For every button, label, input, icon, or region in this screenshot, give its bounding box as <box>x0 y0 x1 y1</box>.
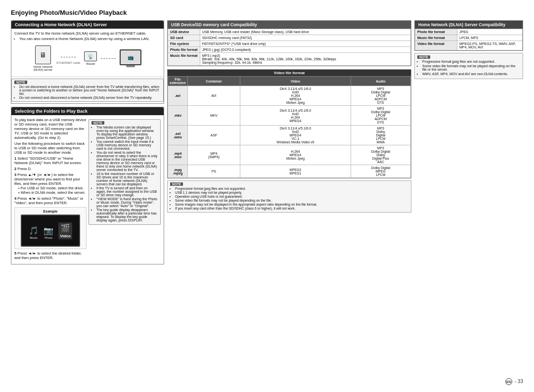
sel-note-5: If the TV is turned off and then on agai… <box>96 186 158 197</box>
vff-video-1: DivX 3.11/4.x/5.1/6.0 XviD H.264 MPEG4 <box>240 106 351 126</box>
right-note-1: Progressive format jpeg files are not su… <box>422 60 520 63</box>
en-circle: EN <box>505 378 512 385</box>
vff-note-1: Progressive format jpeg files are not su… <box>175 187 408 190</box>
usb-row-3: Photo file format JPEG (.jpg) (DCF2.0 co… <box>168 47 411 53</box>
dlna-note-list: Do not disconnect a home network (DLNA) … <box>14 85 161 99</box>
vff-audio-1: MP3 Dolby Digital LPCM ADPCM DTS <box>351 106 410 126</box>
page-title: Enjoying Photo/Music/Video Playback <box>11 9 523 16</box>
right-row-2: Video file format MPEG2-PS, MPEG2-TS, WM… <box>415 41 523 50</box>
vff-col-extension: File extension <box>168 77 188 86</box>
sel-note-7: The key guide display disappears automat… <box>96 208 158 222</box>
step4: 4 Press ◄/► to select "Photo", "Music" o… <box>14 196 87 205</box>
step3-sub2: • When in DLNA mode, select the server. <box>18 190 87 195</box>
vff-ext-0: .avi <box>168 86 188 106</box>
right-label-0: Photo file format <box>415 29 457 35</box>
vff-audio-3: MP3 Dolby Digital Dolby Digital Plus AAC <box>351 145 410 165</box>
vff-note-6: If you insert any card other than the SD… <box>175 207 408 210</box>
vff-note-3: Operation using USB hubs is not guarante… <box>175 195 408 198</box>
step3-sub1: • For USB or SD mode, select the drive. <box>18 186 87 190</box>
dlna-note: NOTE Do not disconnect a home network (D… <box>11 79 164 102</box>
usb-label-2: File system <box>168 41 200 47</box>
vff-note-label: NOTE <box>170 182 183 186</box>
music-menu-item: 🎵 Music <box>29 226 39 239</box>
vff-row-1: .mkv MKV DivX 3.11/4.x/5.1/6.0 XviD H.26… <box>168 106 411 126</box>
usb-section: USB Device/SD memory card Compatibility … <box>167 20 411 66</box>
right-header: Home Network (DLNA) Server Compatibility <box>415 21 523 29</box>
right-row-1: Music file format LPCM, MP3 <box>415 35 523 41</box>
dlna-intro: Connect the TV to the home network (DLNA… <box>14 31 161 36</box>
left-column: Connecting a Home Network (DLNA) Server … <box>11 20 164 264</box>
mid-column: USB Device/SD memory card Compatibility … <box>167 20 411 264</box>
select-section: Selecting the Folders to Play Back To pl… <box>11 107 164 264</box>
usb-label-1: SD card <box>168 35 200 41</box>
dlna-section: Connecting a Home Network (DLNA) Server … <box>11 20 164 104</box>
vff-container-3: MP4 (SMP4) <box>187 145 240 165</box>
select-note-list: The Media screen can be displayed even b… <box>91 126 158 222</box>
step3: 3 Press ▲/▼ (or ◄/►) to select the drive… <box>14 173 87 195</box>
usb-row-1: SD card SD/SDHC memory card (FAT32) <box>168 35 411 41</box>
vff-note-4: Some video file formats may not be playe… <box>175 199 408 202</box>
select-intro: To play back data on a USB memory device… <box>14 118 87 140</box>
example-area: Example 🎵 Music 📷 Photo <box>14 207 87 249</box>
vff-header-row: File extension Container Video Audio <box>168 77 411 86</box>
menu-items: 🎵 Music 📷 Photo 🎬 Vid <box>29 222 72 239</box>
vff-audio-2: MP3 Dolby Digital LPCM WMA <box>351 126 410 145</box>
vff-video-4: MPEG2 MPEG1 <box>240 165 351 178</box>
vff-video-3: H.264 MPEG4 Motion Jpeg <box>240 145 351 165</box>
vff-col-container: Container <box>187 77 240 86</box>
vff-note-2: USB 1.1 devices may not be played proper… <box>175 191 408 194</box>
vff-row-4: .mpg .mpeg PS MPEG2 MPEG1 Dolby Digital … <box>168 165 411 178</box>
vff-video-0: DivX 3.11/4.x/5.1/6.0 XviD H.264 MPEG4 M… <box>240 86 351 106</box>
video-label: Video <box>60 234 71 238</box>
server-diagram-item: 🖥 Home network(DLNA) server <box>34 45 53 71</box>
vff-row-0: .avi AVI DivX 3.11/4.x/5.1/6.0 XviD H.26… <box>168 86 411 106</box>
right-label-1: Music file format <box>415 35 457 41</box>
usb-header: USB Device/SD memory card Compatibility <box>168 21 411 29</box>
right-value-0: JPEG <box>457 29 523 35</box>
usb-label-0: USB device <box>168 29 200 35</box>
vff-note-list: Progressive format jpeg files are not su… <box>170 187 408 210</box>
router-diagram-item: 📡 Router <box>84 51 97 65</box>
step1: 1 Select "SD/SDHC/USB" or "Home Network … <box>14 156 87 165</box>
sel-note-3: You do not need to select the drive/serv… <box>96 151 158 172</box>
vff-note-5: Some images may not be displayed in the … <box>175 203 408 206</box>
usb-value-2: FAT/FAT32/NTFS* (*USB hard drive only) <box>200 41 410 47</box>
cable-arrow: ETHERNET cable <box>56 53 80 64</box>
usb-row-0: USB device USB Memory, USB card reader (… <box>168 29 411 35</box>
sel-note-1: The Media screen can be displayed even b… <box>96 126 158 139</box>
vff-ext-4: .mpg .mpeg <box>168 165 188 178</box>
right-value-2: MPEG2-PS, MPEG2-TS, WMV, ASF, MP4, MOV, … <box>457 41 523 50</box>
dlna-note-label: NOTE <box>14 81 27 84</box>
sel-note-4: 16 is the maximum number of USB or SD dr… <box>96 172 158 186</box>
vff-header: Video file format <box>168 70 411 76</box>
video-icon: 🎬 <box>60 223 70 233</box>
step2: 2 Press D. <box>14 167 87 171</box>
dlna-note-item-1: Do not disconnect a home network (DLNA) … <box>19 85 161 95</box>
vff-col-video: Video <box>240 77 351 86</box>
video-menu-item: 🎬 Video <box>58 222 72 239</box>
dlna-bullet1: You can also connect a Home Network (DLN… <box>19 37 161 41</box>
usb-label-3: Photo file format <box>168 47 200 53</box>
sel-note-6: "VIEW MODE" is fixed during the Photo or… <box>96 197 158 208</box>
cable-label: ETHERNET cable <box>56 61 80 64</box>
vff-ext-3: .mp4 .mov <box>168 145 188 165</box>
vff-col-audio: Audio <box>351 77 410 86</box>
select-left: To play back data on a USB memory device… <box>14 118 87 261</box>
vff-container-2: ASF <box>187 126 240 145</box>
dlna-diagram: 🖥 Home network(DLNA) server ETHERNET cab… <box>14 43 161 74</box>
photo-menu-item: 📷 Photo <box>44 226 53 239</box>
vff-audio-0: MP3 Dolby Digital LPCM ADPCM DTS <box>351 86 410 106</box>
right-label-2: Video file format <box>415 41 457 50</box>
usb-value-4: MP3 (.mp3) Bitrate: 32k, 40k, 48k, 56k, … <box>200 53 410 66</box>
select-body: To play back data on a USB memory device… <box>11 115 164 264</box>
right-note-2: Some video file formats may not be playe… <box>422 64 520 71</box>
vff-section: Video file format File extension Contain… <box>167 69 411 178</box>
usb-row-4: Music file format MP3 (.mp3) Bitrate: 32… <box>168 53 411 66</box>
dashed-line-2 <box>101 58 116 59</box>
right-row-0: Photo file format JPEG <box>415 29 523 35</box>
right-value-1: LPCM, MP3 <box>457 35 523 41</box>
router-icon: 📡 <box>84 51 97 61</box>
usb-value-0: USB Memory, USB card reader (Mass Storag… <box>200 29 410 35</box>
example-label: Example <box>44 210 58 213</box>
vff-note: NOTE Progressive format jpeg files are n… <box>167 180 411 213</box>
